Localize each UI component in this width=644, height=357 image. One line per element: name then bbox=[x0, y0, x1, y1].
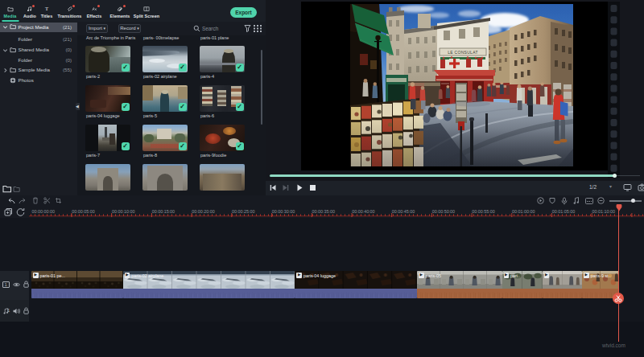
svg-text:LE CONSULAT: LE CONSULAT bbox=[448, 50, 478, 55]
svg-text:T: T bbox=[45, 6, 49, 11]
